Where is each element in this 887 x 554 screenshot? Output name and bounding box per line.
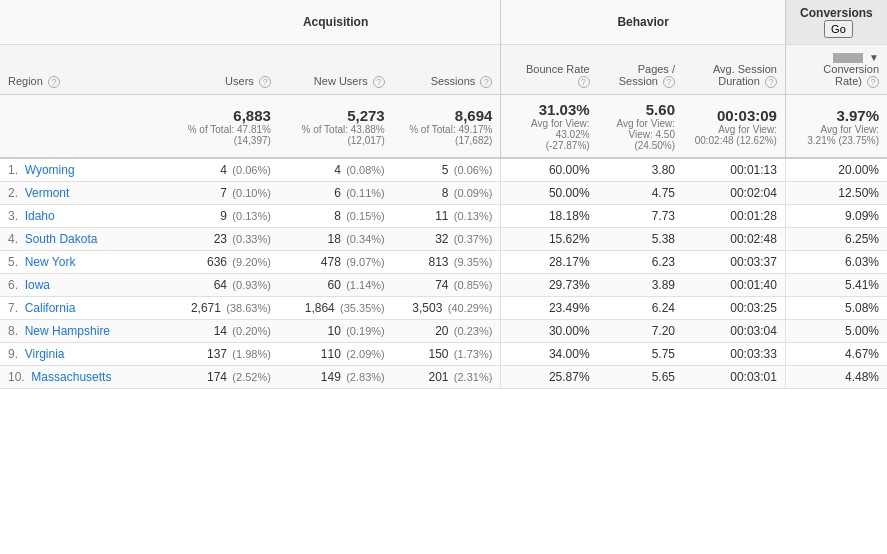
new-users-pct: (35.35%) — [340, 302, 385, 314]
users-pct: (0.20%) — [232, 325, 271, 337]
region-cell: 4. South Dakota — [0, 228, 171, 251]
rank-number: 8. — [8, 324, 21, 338]
totals-newusers-main: 5,273 — [287, 107, 385, 124]
region-cell: 5. New York — [0, 251, 171, 274]
region-link[interactable]: Iowa — [25, 278, 50, 292]
table-row: 4. South Dakota 23 (0.33%) 18 (0.34%) 32… — [0, 228, 887, 251]
region-link[interactable]: California — [25, 301, 76, 315]
sessions-pct: (0.09%) — [454, 187, 493, 199]
rank-number: 4. — [8, 232, 21, 246]
region-cell: 10. Massachusetts — [0, 366, 171, 389]
region-link[interactable]: New York — [25, 255, 76, 269]
sessions-label: Sessions — [431, 75, 476, 87]
region-cell: 3. Idaho — [0, 205, 171, 228]
bounce-rate-cell: 18.18% — [501, 205, 598, 228]
behavior-group-header: Behavior — [501, 0, 786, 45]
new-users-pct: (2.09%) — [346, 348, 385, 360]
totals-newusers-cell: 5,273 % of Total: 43.88% (12,017) — [279, 95, 393, 159]
conversion-help-icon[interactable]: ? — [867, 76, 879, 88]
analytics-table: Acquisition Behavior Conversions Go Regi… — [0, 0, 887, 389]
region-link[interactable]: Massachusetts — [31, 370, 111, 384]
rank-number: 3. — [8, 209, 21, 223]
region-link[interactable]: Vermont — [25, 186, 70, 200]
table-row: 9. Virginia 137 (1.98%) 110 (2.09%) 150 … — [0, 343, 887, 366]
pages-session-cell: 6.23 — [598, 251, 683, 274]
conversion-rate-cell: 6.03% — [785, 251, 887, 274]
pages-session-cell: 7.20 — [598, 320, 683, 343]
avg-session-cell: 00:02:48 — [683, 228, 785, 251]
sessions-help-icon[interactable]: ? — [480, 76, 492, 88]
users-pct: (0.33%) — [232, 233, 271, 245]
bounce-rate-cell: 23.49% — [501, 297, 598, 320]
new-users-pct: (0.34%) — [346, 233, 385, 245]
users-cell: 9 (0.13%) — [171, 205, 279, 228]
rank-number: 6. — [8, 278, 21, 292]
sessions-cell: 5 (0.06%) — [393, 158, 501, 182]
sessions-pct: (2.31%) — [454, 371, 493, 383]
avg-session-cell: 00:03:25 — [683, 297, 785, 320]
totals-bounce-sub: Avg for View: 43.02% (-27.87%) — [509, 118, 589, 151]
sessions-cell: 32 (0.37%) — [393, 228, 501, 251]
avg-session-help-icon[interactable]: ? — [765, 76, 777, 88]
sessions-cell: 3,503 (40.29%) — [393, 297, 501, 320]
conversion-rate-cell: 5.41% — [785, 274, 887, 297]
sessions-pct: (0.23%) — [454, 325, 493, 337]
users-cell: 64 (0.93%) — [171, 274, 279, 297]
go-button[interactable]: Go — [824, 20, 853, 38]
conversion-rate-cell: 4.48% — [785, 366, 887, 389]
region-cell: 7. California — [0, 297, 171, 320]
data-rows-section: 1. Wyoming 4 (0.06%) 4 (0.08%) 5 (0.06%)… — [0, 158, 887, 389]
new-users-cell: 149 (2.83%) — [279, 366, 393, 389]
bounce-rate-cell: 28.17% — [501, 251, 598, 274]
bounce-rate-cell: 30.00% — [501, 320, 598, 343]
totals-sessions-main: 8,694 — [401, 107, 493, 124]
table-row: 10. Massachusetts 174 (2.52%) 149 (2.83%… — [0, 366, 887, 389]
users-cell: 137 (1.98%) — [171, 343, 279, 366]
pages-session-cell: 5.65 — [598, 366, 683, 389]
acquisition-group-header: Acquisition — [171, 0, 501, 45]
totals-users-main: 6,883 — [179, 107, 271, 124]
pages-session-cell: 5.75 — [598, 343, 683, 366]
users-cell: 23 (0.33%) — [171, 228, 279, 251]
region-link[interactable]: New Hampshire — [25, 324, 110, 338]
sessions-pct: (0.13%) — [454, 210, 493, 222]
new-users-help-icon[interactable]: ? — [373, 76, 385, 88]
bounce-rate-cell: 29.73% — [501, 274, 598, 297]
users-cell: 7 (0.10%) — [171, 182, 279, 205]
users-cell: 14 (0.20%) — [171, 320, 279, 343]
totals-conversion-main: 3.97% — [794, 107, 879, 124]
bounce-help-icon[interactable]: ? — [578, 76, 590, 88]
totals-avgsession-sub: Avg for View: 00:02:48 (12.62%) — [691, 124, 777, 146]
totals-users-sub: % of Total: 47.81% (14,397) — [179, 124, 271, 146]
pages-session-cell: 6.24 — [598, 297, 683, 320]
table-row: 6. Iowa 64 (0.93%) 60 (1.14%) 74 (0.85%)… — [0, 274, 887, 297]
new-users-label: New Users — [314, 75, 368, 87]
rank-number: 5. — [8, 255, 21, 269]
region-link[interactable]: South Dakota — [25, 232, 98, 246]
new-users-cell: 4 (0.08%) — [279, 158, 393, 182]
totals-row: 6,883 % of Total: 47.81% (14,397) 5,273 … — [0, 95, 887, 159]
conversions-label: Conversions — [800, 6, 873, 20]
region-link[interactable]: Virginia — [25, 347, 65, 361]
users-pct: (1.98%) — [232, 348, 271, 360]
bounce-rate-cell: 25.87% — [501, 366, 598, 389]
bounce-rate-label: Bounce Rate — [526, 63, 590, 75]
new-users-cell: 18 (0.34%) — [279, 228, 393, 251]
totals-section: 6,883 % of Total: 47.81% (14,397) 5,273 … — [0, 95, 887, 159]
bounce-rate-cell: 15.62% — [501, 228, 598, 251]
pages-help-icon[interactable]: ? — [663, 76, 675, 88]
region-link[interactable]: Idaho — [25, 209, 55, 223]
pages-session-cell: 3.80 — [598, 158, 683, 182]
users-pct: (38.63%) — [226, 302, 271, 314]
region-link[interactable]: Wyoming — [25, 163, 75, 177]
avg-session-col-header: Avg. Session Duration ? — [683, 45, 785, 95]
region-help-icon[interactable]: ? — [48, 76, 60, 88]
users-help-icon[interactable]: ? — [259, 76, 271, 88]
region-cell: 2. Vermont — [0, 182, 171, 205]
new-users-col-header: New Users ? — [279, 45, 393, 95]
new-users-pct: (9.07%) — [346, 256, 385, 268]
column-header-row: Region ? Users ? New Users ? Sessions ? … — [0, 45, 887, 95]
avg-session-cell: 00:01:13 — [683, 158, 785, 182]
users-pct: (0.10%) — [232, 187, 271, 199]
rank-number: 10. — [8, 370, 28, 384]
